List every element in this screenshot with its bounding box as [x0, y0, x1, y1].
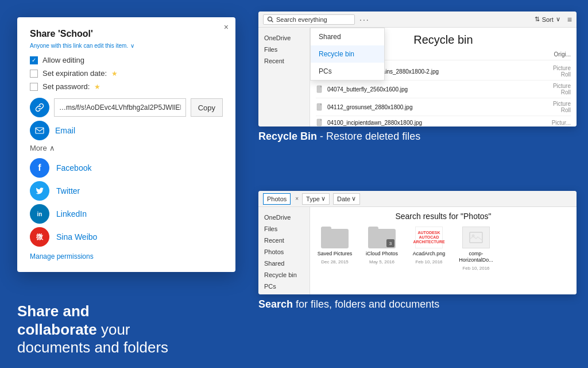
share-dialog: × Share 'School' Anyone with this link c… — [17, 17, 235, 272]
type-chevron-icon: ∨ — [321, 195, 326, 202]
file-icon — [316, 118, 324, 126]
result-name: AcadArch.png — [413, 251, 446, 257]
link-row: Copy — [30, 98, 223, 117]
close-button[interactable]: × — [224, 23, 229, 31]
link-icon-button[interactable] — [30, 98, 49, 117]
dropdown-item-shared[interactable]: Shared — [311, 28, 384, 45]
result-comp-horizontal[interactable]: comp-HorizontalDo... Feb 10, 2016 — [456, 227, 496, 271]
date-chevron-icon: ∨ — [351, 195, 356, 202]
hamburger-icon[interactable]: ≡ — [567, 15, 572, 24]
allow-editing-checkbox[interactable] — [30, 56, 38, 64]
recycle-bin-screenshot: Search everything ··· ⇅ Sort ∨ ≡ OneDriv… — [258, 12, 577, 126]
weibo-icon: 微 — [30, 227, 49, 247]
more-label: More — [30, 144, 47, 152]
search-content: OneDrive Files Recent Photos Shared Recy… — [258, 207, 577, 294]
search-input-text[interactable]: Photos — [267, 195, 287, 202]
dropdown-item-pcs[interactable]: PCs — [311, 63, 384, 80]
dropdown-item-recycle-bin[interactable]: Recycle bin — [311, 45, 384, 63]
linkedin-icon: in — [30, 204, 49, 224]
sort-chevron-icon: ∨ — [556, 16, 560, 23]
caption-normal: - Restore deleted files — [317, 131, 420, 142]
copy-button[interactable]: Copy — [191, 98, 223, 117]
password-label: Set password: — [42, 82, 90, 91]
more-row[interactable]: More ∧ — [30, 144, 223, 152]
type-filter-button[interactable]: Type ∨ — [302, 193, 330, 205]
result-date: Feb 10, 2016 — [415, 259, 442, 264]
email-icon-button[interactable] — [30, 121, 49, 140]
sidebar-onedrive[interactable]: OneDrive — [258, 212, 310, 223]
file-row[interactable]: 04112_grosunset_2880x1800.jpg Picture Ro… — [316, 98, 571, 116]
result-date: Dec 28, 2015 — [321, 259, 349, 264]
sidebar-item-onedrive[interactable]: OneDrive — [258, 32, 310, 44]
linkedin-item[interactable]: in LinkedIn — [30, 204, 223, 224]
search-main: Search results for "Photos" Saved Pictur… — [310, 207, 577, 294]
file-icon — [316, 103, 324, 111]
autocad-file-icon: AUTODESKAUTOCADARCHITECTURE — [415, 227, 443, 248]
result-saved-pictures[interactable]: Saved Pictures Dec 28, 2015 — [315, 227, 355, 271]
search-caption: Search for files, folders and documents — [258, 298, 577, 311]
file-name: 04112_grosunset_2880x1800.jpg — [327, 104, 542, 110]
file-orig: Picture Roll — [542, 101, 571, 113]
twitter-label: Twitter — [56, 186, 80, 195]
col-header-orig: Origi... — [542, 51, 571, 57]
right-panel: Search everything ··· ⇅ Sort ∨ ≡ OneDriv… — [253, 0, 588, 368]
email-icon — [35, 127, 44, 134]
recycle-bin-caption: Recycle Bin - Restore deleted files — [258, 130, 577, 143]
explorer-sidebar: OneDrive Files Recent — [258, 28, 310, 126]
link-input[interactable] — [54, 98, 186, 117]
sidebar-recycle-bin[interactable]: Recycle bin — [258, 269, 310, 281]
left-panel: × Share 'School' Anyone with this link c… — [0, 0, 253, 368]
result-icloud-photos[interactable]: 3 iCloud Photos May 5, 2016 — [362, 227, 402, 271]
file-name: 04100_incipientdawn_2880x1800.jpg — [327, 120, 542, 126]
password-checkbox[interactable] — [30, 83, 38, 91]
titlebar-search-box[interactable]: Search everything — [263, 14, 355, 25]
recycle-bin-titlebar: Search everything ··· ⇅ Sort ∨ ≡ — [258, 12, 577, 28]
email-row: Email — [30, 121, 223, 140]
titlebar-more-icon[interactable]: ··· — [359, 15, 370, 24]
titlebar-sort-button[interactable]: ⇅ Sort ∨ — [535, 16, 560, 23]
sidebar-shared[interactable]: Shared — [258, 258, 310, 269]
social-list: f Facebook Twitter in LinkedIn 微 — [30, 158, 223, 247]
explorer-main: Recycle bin Name Origi... 04101_minimalm… — [310, 28, 577, 126]
bottom-line1: Share and — [17, 302, 90, 320]
file-row[interactable]: 04100_incipientdawn_2880x1800.jpg Pictur… — [316, 116, 571, 126]
result-name: iCloud Photos — [366, 251, 398, 257]
manage-permissions-link[interactable]: Manage permissions — [30, 252, 223, 260]
twitter-icon — [30, 181, 49, 201]
weibo-label: Sina Weibo — [56, 232, 97, 241]
svg-rect-0 — [36, 128, 44, 133]
left-bottom-text: Share and collaborate your documents and… — [17, 293, 235, 356]
file-row[interactable]: 04074_butterfly_2560x1600.jpg Picture Ro… — [316, 80, 571, 98]
search-close-button[interactable]: × — [295, 195, 299, 202]
linkedin-label: LinkedIn — [56, 209, 87, 218]
sidebar-pcs[interactable]: PCs — [258, 281, 310, 292]
sort-icon: ⇅ — [535, 16, 540, 23]
email-label[interactable]: Email — [55, 126, 75, 135]
sidebar-item-files[interactable]: Files — [258, 44, 310, 55]
search-icon — [267, 16, 274, 23]
more-chevron-icon: ∧ — [49, 144, 55, 152]
twitter-item[interactable]: Twitter — [30, 181, 223, 201]
sidebar-recent[interactable]: Recent — [258, 235, 310, 246]
allow-editing-label: Allow editing — [42, 56, 84, 64]
facebook-item[interactable]: f Facebook — [30, 158, 223, 178]
bottom-line3: documents and folders — [17, 339, 235, 356]
allow-editing-row: Allow editing — [30, 56, 223, 64]
result-name: comp-HorizontalDo... — [456, 251, 496, 263]
link-icon — [35, 103, 44, 112]
search-input-box[interactable]: Photos — [263, 193, 291, 205]
titlebar-search-text: Search everything — [276, 16, 327, 23]
password-star-icon: ★ — [94, 83, 100, 91]
expiration-star-icon: ★ — [111, 70, 118, 78]
dialog-subtitle: Anyone with this link can edit this item… — [30, 43, 223, 49]
sidebar-files[interactable]: Files — [258, 223, 310, 235]
result-acadarch[interactable]: AUTODESKAUTOCADARCHITECTURE AcadArch.png… — [409, 227, 449, 271]
date-filter-button[interactable]: Date ∨ — [333, 193, 360, 205]
sidebar-photos[interactable]: Photos — [258, 246, 310, 258]
svg-rect-10 — [320, 119, 322, 121]
caption-bold: Recycle Bin — [258, 131, 317, 142]
sidebar-item-recent[interactable]: Recent — [258, 55, 310, 67]
weibo-item[interactable]: 微 Sina Weibo — [30, 227, 223, 247]
search-caption-bold: Search — [258, 298, 293, 310]
expiration-checkbox[interactable] — [30, 70, 38, 78]
